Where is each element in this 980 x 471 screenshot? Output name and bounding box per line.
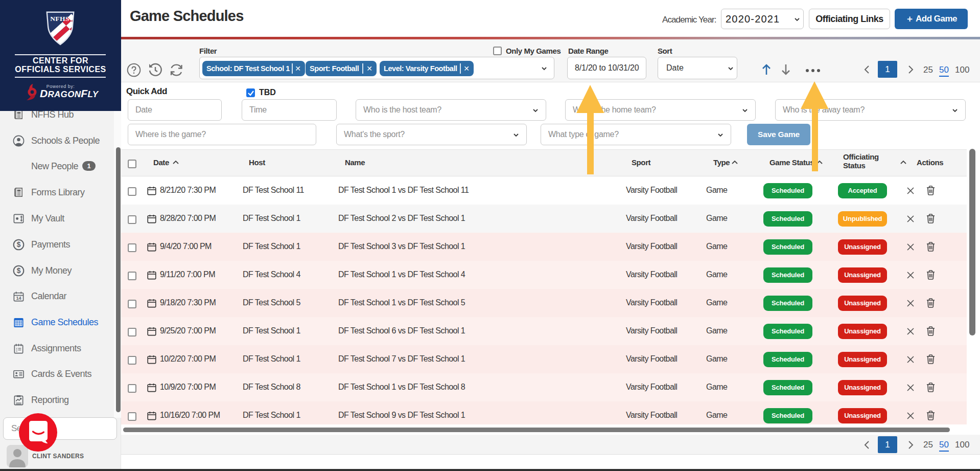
svg-text:$: $	[17, 240, 21, 249]
svg-text:$: $	[17, 266, 21, 275]
svg-text:NFHS: NFHS	[50, 15, 69, 23]
svg-text:14: 14	[16, 296, 21, 301]
